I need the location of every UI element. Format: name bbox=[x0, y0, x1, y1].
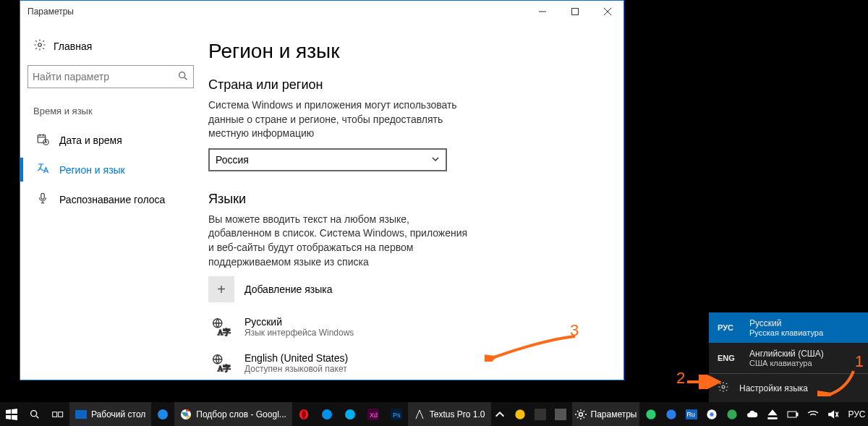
language-glyph-icon: A字 bbox=[208, 314, 234, 340]
task-view-button[interactable] bbox=[46, 402, 69, 426]
search-field[interactable] bbox=[33, 71, 177, 82]
taskbar-app-textus[interactable]: Textus Pro 1.0 bbox=[408, 402, 491, 426]
svg-point-19 bbox=[302, 410, 306, 419]
language-glyph-icon: A字 bbox=[208, 350, 234, 376]
tray-chevron-up-icon[interactable] bbox=[491, 402, 509, 426]
plus-icon: + bbox=[208, 276, 234, 302]
taskbar-label: Параметры bbox=[591, 409, 637, 419]
svg-point-15 bbox=[158, 409, 168, 419]
svg-text:A字: A字 bbox=[218, 364, 231, 372]
svg-rect-3 bbox=[38, 135, 46, 143]
svg-point-21 bbox=[345, 409, 355, 419]
svg-text:A字: A字 bbox=[218, 328, 231, 336]
tray-ru-icon[interactable]: Ru bbox=[683, 402, 700, 426]
taskbar-label: Подбор слов - Googl... bbox=[196, 409, 286, 419]
tray-icon[interactable] bbox=[511, 402, 529, 426]
ime-option-ru[interactable]: РУС Русский Русская клавиатура bbox=[709, 312, 868, 343]
svg-rect-14 bbox=[75, 410, 87, 419]
svg-rect-5 bbox=[41, 193, 45, 199]
taskbar-app-chrome[interactable]: Подбор слов - Googl... bbox=[174, 402, 292, 426]
taskbar-app-settings[interactable]: Параметры bbox=[572, 402, 640, 426]
arrow-1 bbox=[817, 367, 861, 401]
ime-primary: Русский bbox=[749, 318, 823, 328]
sidebar-item-speech[interactable]: Распознавание голоса bbox=[27, 184, 194, 214]
region-dropdown[interactable]: Россия bbox=[208, 148, 447, 171]
svg-point-20 bbox=[322, 409, 332, 419]
languages-desc: Вы можете вводить текст на любом языке, … bbox=[208, 213, 469, 269]
language-icon bbox=[36, 162, 49, 177]
language-sub: Доступен языковой пакет bbox=[244, 364, 348, 374]
sidebar-item-region[interactable]: Регион и язык bbox=[27, 155, 194, 184]
minimize-button[interactable] bbox=[526, 1, 558, 22]
settings-window: Параметры Главная bbox=[20, 0, 624, 380]
svg-text:Ps: Ps bbox=[393, 412, 401, 419]
tray-wifi-icon[interactable] bbox=[804, 402, 822, 426]
language-name: English (United States) bbox=[244, 352, 348, 364]
maximize-button[interactable] bbox=[558, 1, 591, 22]
taskbar-app-ps[interactable]: Ps bbox=[385, 402, 408, 426]
taskbar-app-skype[interactable] bbox=[339, 402, 362, 426]
page-title: Регион и язык bbox=[208, 40, 602, 63]
taskbar-language-indicator[interactable]: РУС bbox=[845, 402, 868, 426]
annotation-2: 2 bbox=[676, 369, 685, 388]
start-button[interactable] bbox=[0, 402, 23, 426]
sidebar-item-label: Распознавание голоса bbox=[59, 194, 165, 205]
region-value: Россия bbox=[216, 154, 249, 166]
svg-rect-38 bbox=[796, 413, 798, 416]
svg-point-35 bbox=[710, 412, 714, 416]
taskbar-label: Рабочий стол bbox=[91, 409, 145, 419]
taskbar-app-xd[interactable]: Xd bbox=[362, 402, 385, 426]
search-input[interactable] bbox=[27, 65, 194, 88]
svg-point-10 bbox=[722, 385, 725, 388]
svg-rect-27 bbox=[535, 409, 546, 420]
taskbar-search-icon[interactable] bbox=[23, 402, 46, 426]
tray-eject-icon[interactable] bbox=[764, 402, 781, 426]
arrow-3 bbox=[485, 333, 579, 366]
tray-icon[interactable] bbox=[663, 402, 680, 426]
svg-text:Xd: Xd bbox=[370, 412, 378, 419]
content: Регион и язык Страна или регион Система … bbox=[201, 22, 624, 380]
svg-point-1 bbox=[38, 43, 42, 47]
tray-battery-icon[interactable] bbox=[784, 402, 801, 426]
tray-icon[interactable] bbox=[723, 402, 741, 426]
region-desc: Система Windows и приложения могут испол… bbox=[208, 98, 469, 141]
ime-primary: Английский (США) bbox=[749, 349, 824, 359]
language-sub: Язык интерфейса Windows bbox=[244, 328, 354, 338]
tray-volume-icon[interactable] bbox=[825, 402, 842, 426]
add-language-button[interactable]: + Добавление языка bbox=[208, 276, 602, 302]
tray-icon[interactable] bbox=[703, 402, 720, 426]
svg-point-2 bbox=[179, 72, 185, 77]
svg-rect-13 bbox=[59, 412, 63, 417]
svg-rect-37 bbox=[788, 412, 796, 417]
sidebar-item-label: Регион и язык bbox=[59, 164, 125, 176]
taskbar-app-explorer[interactable]: Рабочий стол bbox=[69, 402, 151, 426]
ime-code: ENG bbox=[718, 354, 739, 362]
taskbar-language-code: РУС bbox=[848, 409, 865, 419]
calendar-clock-icon bbox=[36, 132, 49, 148]
languages-heading: Языки bbox=[208, 192, 602, 207]
system-tray: Параметры Ru РУС 15:28 bbox=[491, 402, 868, 426]
titlebar[interactable]: Параметры bbox=[20, 1, 624, 22]
taskbar-app-opera[interactable] bbox=[292, 402, 315, 426]
region-heading: Страна или регион bbox=[208, 77, 602, 93]
taskbar-app-ffdev[interactable] bbox=[315, 402, 339, 426]
tray-icon[interactable] bbox=[532, 402, 549, 426]
svg-point-29 bbox=[579, 412, 582, 416]
chevron-down-icon bbox=[431, 154, 440, 166]
tray-icon[interactable] bbox=[642, 402, 660, 426]
sidebar-home[interactable]: Главная bbox=[27, 31, 194, 61]
taskbar-app-edge[interactable] bbox=[151, 402, 174, 426]
svg-rect-28 bbox=[555, 409, 566, 420]
tray-cloud-icon[interactable] bbox=[744, 402, 761, 426]
sidebar-item-datetime[interactable]: Дата и время bbox=[27, 125, 194, 155]
svg-text:Ru: Ru bbox=[687, 411, 696, 418]
close-button[interactable] bbox=[591, 1, 624, 22]
svg-point-31 bbox=[667, 409, 676, 419]
svg-rect-0 bbox=[571, 9, 578, 15]
tray-icon[interactable] bbox=[552, 402, 569, 426]
sidebar: Главная Время и язык Дата и bbox=[20, 22, 201, 380]
taskbar-label: Textus Pro 1.0 bbox=[430, 409, 485, 419]
svg-point-30 bbox=[647, 409, 656, 419]
microphone-icon bbox=[36, 192, 49, 207]
sidebar-item-label: Дата и время bbox=[59, 135, 122, 146]
